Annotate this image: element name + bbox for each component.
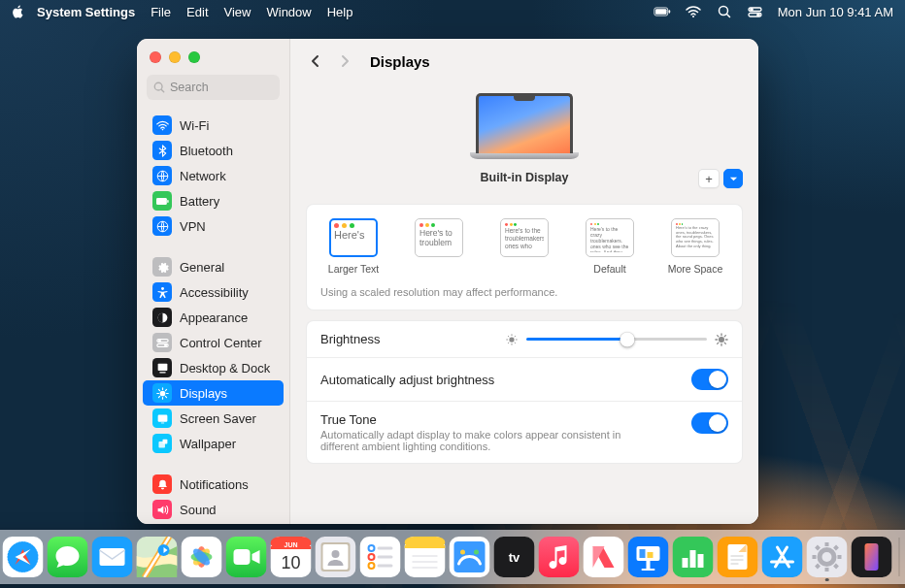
svg-rect-21 xyxy=(157,363,167,370)
wifi-icon xyxy=(152,115,172,135)
dock-numbers[interactable] xyxy=(673,537,714,577)
resolution-option-3[interactable]: Here's to the crazy troublemakers. ones … xyxy=(577,218,643,275)
dock-notes[interactable] xyxy=(405,537,446,577)
sidebar-item-bluetooth[interactable]: Bluetooth xyxy=(143,138,284,163)
svg-rect-90 xyxy=(648,552,654,558)
page-title: Displays xyxy=(370,53,430,70)
auto-brightness-toggle[interactable] xyxy=(691,369,728,390)
resolution-thumb: Here's xyxy=(329,218,378,257)
sidebar-item-displays[interactable]: Displays xyxy=(143,380,284,406)
svg-rect-87 xyxy=(647,561,651,570)
resolution-option-1[interactable]: Here's to troublem xyxy=(406,218,472,263)
close-button[interactable] xyxy=(150,51,161,63)
sidebar-item-sound[interactable]: Sound xyxy=(143,497,284,522)
titlebar: Displays xyxy=(290,39,758,83)
dock-system-settings[interactable] xyxy=(807,537,848,577)
accessibility-icon xyxy=(152,282,172,302)
sidebar-item-wallpaper[interactable]: Wallpaper xyxy=(143,431,284,456)
menu-window[interactable]: Window xyxy=(266,5,311,19)
sidebar-item-vpn[interactable]: VPN xyxy=(143,213,284,239)
svg-rect-92 xyxy=(683,558,688,568)
app-menu[interactable]: System Settings xyxy=(37,5,135,19)
sidebar-item-appearance[interactable]: Appearance xyxy=(143,305,284,330)
sidebar: Search Wi-FiBluetoothNetworkBatteryVPNGe… xyxy=(137,39,290,524)
sidebar-item-screen-saver[interactable]: Screen Saver xyxy=(143,406,284,431)
display-options-button[interactable] xyxy=(723,169,743,188)
svg-rect-25 xyxy=(160,422,163,423)
brightness-slider[interactable] xyxy=(505,333,728,346)
dock-safari[interactable] xyxy=(3,537,44,577)
sidebar-item-label: Notifications xyxy=(180,477,249,492)
sidebar-item-battery[interactable]: Battery xyxy=(143,188,284,213)
sidebar-item-network[interactable]: Network xyxy=(143,163,284,188)
svg-rect-68 xyxy=(378,547,393,550)
dock-calendar[interactable]: JUN10 xyxy=(271,537,312,577)
add-display-button[interactable]: + xyxy=(698,169,720,188)
sidebar-item-wi-fi[interactable]: Wi-Fi xyxy=(143,113,284,138)
dock-photos[interactable] xyxy=(182,537,222,577)
menu-edit[interactable]: Edit xyxy=(186,5,208,19)
dock-pages[interactable] xyxy=(718,537,758,577)
vpn-icon xyxy=(152,216,172,236)
svg-rect-1 xyxy=(655,9,666,15)
dock-reminders[interactable] xyxy=(360,537,401,577)
back-button[interactable] xyxy=(306,51,325,71)
dock: JUN10tv xyxy=(0,530,905,584)
resolution-label: More Space xyxy=(668,263,723,275)
resolution-option-2[interactable]: Here's to the troublemakers, ones who xyxy=(491,218,557,263)
resolution-option-4[interactable]: Here's to the crazy ones, troublemakers,… xyxy=(662,218,728,275)
svg-text:10: 10 xyxy=(281,553,300,572)
dock-news[interactable] xyxy=(584,537,624,577)
svg-rect-88 xyxy=(642,569,655,571)
dock-music[interactable] xyxy=(539,537,580,577)
sidebar-item-focus[interactable]: Focus xyxy=(143,522,284,524)
sidebar-item-desktop-dock[interactable]: Desktop & Dock xyxy=(143,355,284,380)
dock-iphone-mirroring[interactable] xyxy=(852,537,892,577)
svg-point-79 xyxy=(460,550,465,555)
dock-tv[interactable]: tv xyxy=(494,537,535,577)
resolution-thumb: Here's to the troublemakers, ones who xyxy=(500,218,549,257)
spotlight-icon[interactable] xyxy=(716,3,733,20)
sidebar-item-control-center[interactable]: Control Center xyxy=(143,330,284,355)
dock-messages[interactable] xyxy=(48,537,88,577)
dock-mail[interactable] xyxy=(92,537,133,577)
display-preview-icon xyxy=(470,93,579,163)
apple-menu-icon[interactable] xyxy=(12,5,25,18)
dock-keynote[interactable] xyxy=(628,537,669,577)
sidebar-item-notifications[interactable]: Notifications xyxy=(143,472,284,497)
dock-maps[interactable] xyxy=(137,537,178,577)
svg-point-63 xyxy=(332,550,340,558)
svg-point-20 xyxy=(164,344,166,346)
sidebar-item-accessibility[interactable]: Accessibility xyxy=(143,279,284,305)
true-tone-row: True Tone Automatically adapt display to… xyxy=(307,401,742,463)
search-input[interactable]: Search xyxy=(147,75,280,100)
zoom-button[interactable] xyxy=(188,51,200,63)
svg-rect-54 xyxy=(234,549,251,565)
menubar-clock[interactable]: Mon Jun 10 9:41 AM xyxy=(778,5,893,19)
resolution-thumb: Here's to the crazy troublemakers. ones … xyxy=(586,218,634,257)
menu-help[interactable]: Help xyxy=(327,5,353,19)
main-pane: Displays Built-in Display + Here's Large… xyxy=(290,39,758,524)
svg-rect-22 xyxy=(159,372,166,373)
sidebar-item-general[interactable]: General xyxy=(143,254,284,279)
sidebar-item-label: General xyxy=(180,260,224,275)
window-controls xyxy=(137,39,289,71)
menu-view[interactable]: View xyxy=(224,5,251,19)
dock-contacts[interactable] xyxy=(316,537,356,577)
dock-facetime[interactable] xyxy=(226,537,267,577)
resolution-option-0[interactable]: Here's Larger Text xyxy=(320,218,386,275)
dock-freeform[interactable] xyxy=(450,537,490,577)
wifi-status-icon[interactable] xyxy=(685,3,702,20)
display-hero: Built-in Display + xyxy=(306,83,743,198)
battery-status-icon[interactable] xyxy=(654,3,671,20)
brightness-card: Brightness Automatically adjust brightne… xyxy=(306,320,743,464)
dock-appstore[interactable] xyxy=(762,537,803,577)
true-tone-toggle[interactable] xyxy=(691,412,728,434)
control-center-icon[interactable] xyxy=(747,3,764,20)
menu-file[interactable]: File xyxy=(151,5,171,19)
forward-button[interactable] xyxy=(335,51,354,71)
minimize-button[interactable] xyxy=(169,51,181,63)
sidebar-item-label: VPN xyxy=(180,219,206,234)
network-icon xyxy=(152,166,172,185)
svg-rect-27 xyxy=(158,441,165,448)
